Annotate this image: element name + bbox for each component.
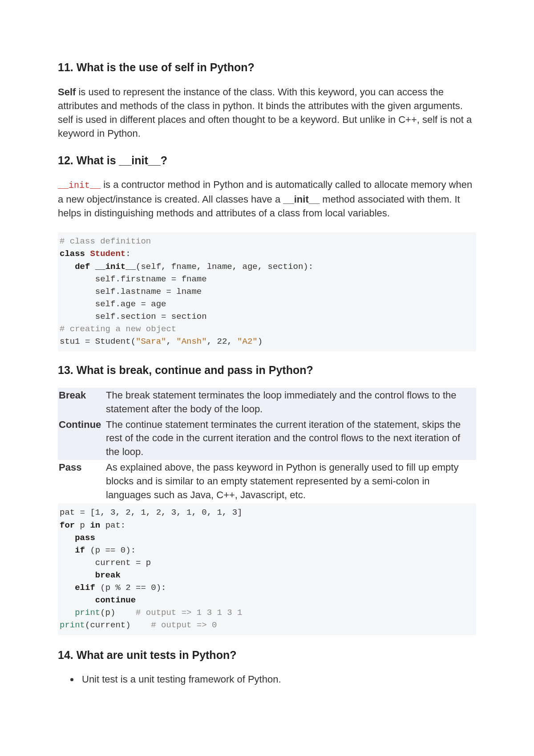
code-line: pat = [1, 3, 2, 1, 2, 3, 1, 0, 1, 3] [60, 508, 242, 517]
code-kw-continue: continue [60, 595, 136, 605]
code-text: stu1 = Student( [60, 337, 136, 346]
table-row: Break The break statement terminates the… [58, 388, 476, 417]
code-str: "A2" [237, 337, 258, 346]
code-text: ) [258, 337, 263, 346]
code-kw-def: def [60, 262, 90, 272]
code-kw-pass: pass [60, 533, 95, 543]
heading-q12: 12. What is __init__? [58, 153, 476, 168]
code-text: : [125, 249, 130, 259]
code-comment: # output => 1 3 1 3 1 [136, 608, 242, 618]
code-text: p [75, 520, 90, 530]
desc-continue: The continue statement terminates the cu… [105, 417, 476, 460]
code-kw-class: class [60, 249, 85, 259]
heading-q14: 14. What are unit tests in Python? [58, 648, 476, 663]
code-line: self.firstname = fname [60, 274, 207, 284]
code-block-q12: # class definition class Student: def __… [58, 232, 476, 351]
desc-break: The break statement terminates the loop … [105, 388, 476, 417]
code-classname: Student [85, 249, 125, 259]
code-text: , [166, 337, 176, 346]
code-kw-break: break [60, 570, 121, 580]
heading-q13: 13. What is break, continue and pass in … [58, 363, 476, 378]
code-line: current = p [60, 558, 151, 568]
bold-self: Self [58, 86, 76, 98]
code-kw-if: if [60, 545, 85, 555]
code-line: # class definition [60, 236, 151, 246]
term-continue: Continue [58, 417, 105, 460]
code-text: pat: [100, 520, 125, 530]
code-str: "Ansh" [176, 337, 206, 346]
code-init-name: __init__ [90, 262, 136, 272]
code-text: (current) [85, 620, 151, 630]
code-line: # creating a new object [60, 324, 176, 334]
list-item: Unit test is a unit testing framework of… [79, 672, 476, 687]
paragraph-q11: Self is used to represent the instance o… [58, 85, 476, 141]
inline-code-init: __init__ [58, 180, 101, 191]
document-page: 11. What is the use of self in Python? S… [0, 0, 534, 756]
code-fn-print: print [60, 620, 85, 630]
code-kw-elif: elif [60, 583, 95, 593]
desc-pass: As explained above, the pass keyword in … [105, 460, 476, 503]
text-q11-rest: is used to represent the instance of the… [58, 86, 472, 139]
code-str: "Sara" [136, 337, 166, 346]
code-line: self.section = section [60, 312, 207, 321]
code-line: self.age = age [60, 299, 166, 309]
table-row: Pass As explained above, the pass keywor… [58, 460, 476, 503]
code-text: (self, fname, lname, age, section): [136, 262, 313, 272]
code-text: (p % 2 == 0): [95, 583, 166, 593]
bold-init: __init__ [283, 194, 320, 205]
code-text: (p) [100, 608, 136, 618]
code-text: , 22, [207, 337, 237, 346]
code-fn-print: print [60, 608, 100, 618]
code-comment: # output => 0 [151, 620, 217, 630]
code-line: self.lastname = lname [60, 287, 202, 297]
term-break: Break [58, 388, 105, 417]
code-kw-in: in [90, 520, 100, 530]
code-text: (p == 0): [85, 545, 136, 555]
bullet-list-q14: Unit test is a unit testing framework of… [69, 672, 476, 687]
code-block-q13: pat = [1, 3, 2, 1, 2, 3, 1, 0, 1, 3] for… [58, 504, 476, 635]
heading-q11: 11. What is the use of self in Python? [58, 60, 476, 75]
paragraph-q12: __init__ is a contructor method in Pytho… [58, 178, 476, 220]
term-pass: Pass [58, 460, 105, 503]
table-row: Continue The continue statement terminat… [58, 417, 476, 460]
definition-table: Break The break statement terminates the… [58, 388, 476, 503]
code-kw-for: for [60, 520, 75, 530]
